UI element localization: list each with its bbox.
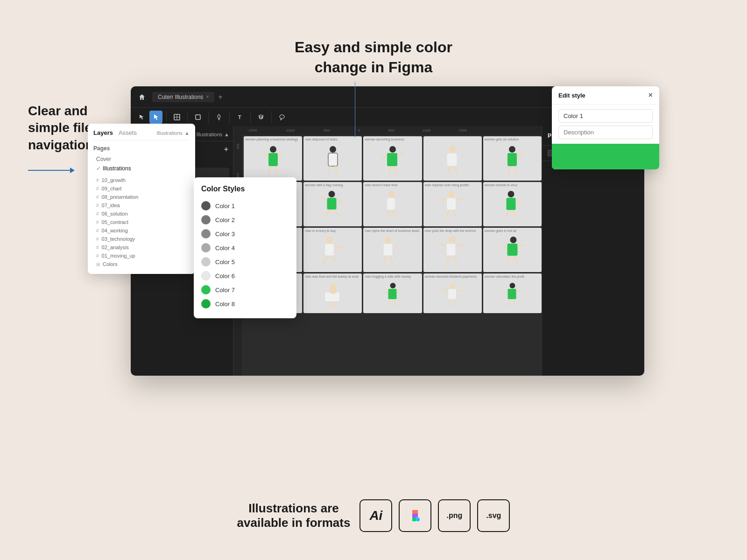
tool-group-move <box>135 111 167 124</box>
svg-line-78 <box>383 256 386 264</box>
lp-layer-07-idea[interactable]: #07_idea <box>93 201 190 210</box>
svg-line-79 <box>390 256 393 264</box>
lp-layer-10-growth[interactable]: #10_growth <box>93 176 190 184</box>
svg-line-107 <box>388 299 391 306</box>
color-style-1[interactable]: Color 1 <box>201 199 289 213</box>
svg-line-32 <box>517 153 523 156</box>
svg-rect-21 <box>387 153 397 166</box>
lp-page-cover[interactable]: Cover <box>93 154 190 164</box>
layers-panel-float: Layers Assets Illustrations ▲ Pages Cove… <box>88 124 195 274</box>
svg-text:T: T <box>238 114 241 120</box>
color-style-3[interactable]: Color 3 <box>201 227 289 241</box>
illus-cell-2-3: man doesn't have time <box>363 182 422 226</box>
lp-layer-02-analysis[interactable]: #02_analysis <box>93 243 190 252</box>
svg-point-80 <box>449 237 456 243</box>
svg-point-30 <box>509 146 515 153</box>
color-style-4[interactable]: Color 4 <box>201 241 289 255</box>
lp-layer-05-contract[interactable]: #05_contract <box>93 218 190 226</box>
svg-point-121 <box>416 518 420 521</box>
pen-tool[interactable] <box>212 111 226 124</box>
tab-close-icon[interactable]: × <box>206 94 209 99</box>
bottom-section: Illustrations are available in formats A… <box>0 499 747 532</box>
color-style-7[interactable]: Color 7 <box>201 283 289 297</box>
description-input[interactable] <box>558 126 653 139</box>
svg-line-24 <box>389 166 390 174</box>
format-svg-icon: .svg <box>477 499 510 532</box>
illus-cell-4-5: woman calculates the profit <box>483 273 542 313</box>
lp-page-illustrations[interactable]: ✓Illustrations <box>93 164 190 173</box>
svg-rect-104 <box>388 289 397 299</box>
tool-group-shape <box>191 111 209 124</box>
svg-line-89 <box>518 245 524 246</box>
svg-line-54 <box>440 198 447 201</box>
svg-line-14 <box>268 166 271 174</box>
svg-line-77 <box>393 245 399 246</box>
shape-tool[interactable] <box>191 111 204 124</box>
move-tool[interactable] <box>135 111 148 124</box>
svg-point-48 <box>388 191 395 197</box>
svg-rect-49 <box>387 198 395 210</box>
svg-line-90 <box>507 256 510 264</box>
lp-layer-03-technology[interactable]: #03_technology <box>93 235 190 243</box>
svg-line-44 <box>336 200 343 203</box>
lp-illustrations-label[interactable]: Illustrations ▲ <box>156 130 190 136</box>
color-name-input[interactable] <box>558 109 653 123</box>
svg-point-86 <box>510 237 517 243</box>
svg-line-28 <box>448 166 450 174</box>
color-style-6[interactable]: Color 6 <box>201 269 289 283</box>
svg-line-55 <box>456 198 463 201</box>
svg-point-41 <box>328 191 335 197</box>
svg-line-15 <box>275 166 278 174</box>
select-tool[interactable] <box>149 111 162 124</box>
svg-line-57 <box>454 210 456 218</box>
bottom-text: Illustrations are available in formats <box>237 501 351 530</box>
tool-group-text: T <box>233 111 251 124</box>
svg-line-29 <box>455 166 457 174</box>
svg-line-60 <box>516 201 523 203</box>
lp-layer-06-solution[interactable]: #06_solution <box>93 210 190 218</box>
svg-rect-116 <box>508 289 516 299</box>
svg-line-18 <box>328 166 331 174</box>
figma-home-icon[interactable] <box>135 91 148 104</box>
svg-line-105 <box>383 291 388 294</box>
color-preview-swatch[interactable] <box>552 144 659 169</box>
lp-layer-colors[interactable]: ⊞Colors <box>93 260 190 268</box>
illus-cell-1-2: man disposed of tasks <box>303 136 362 181</box>
lp-layer-01-moving-up[interactable]: #01_moving_up <box>93 252 190 260</box>
svg-line-82 <box>440 244 446 246</box>
svg-line-120 <box>514 299 516 306</box>
illus-cell-2-5: woman invests in virus <box>483 182 542 226</box>
svg-line-111 <box>442 289 448 291</box>
comment-tool[interactable] <box>275 111 289 124</box>
svg-rect-3 <box>196 115 200 119</box>
svg-line-102 <box>333 301 336 308</box>
frame-tool[interactable] <box>170 111 183 124</box>
lp-layer-08-presentation[interactable]: #08_presentation <box>93 193 190 201</box>
color-style-2[interactable]: Color 2 <box>201 213 289 227</box>
figma-active-tab[interactable]: Cuterr Illustrations × <box>152 92 214 102</box>
format-figma-icon <box>399 499 431 532</box>
lp-layers-tab[interactable]: Layers <box>93 129 113 136</box>
text-tool[interactable]: T <box>233 111 247 124</box>
svg-line-112 <box>457 290 462 291</box>
svg-line-108 <box>394 299 396 306</box>
svg-point-69 <box>326 237 332 243</box>
lp-layer-09-chart[interactable]: #09_chart <box>93 184 190 193</box>
layers-panel-tabs: Layers Assets Illustrations ▲ <box>93 129 190 140</box>
lp-assets-tab[interactable]: Assets <box>119 129 137 136</box>
svg-rect-76 <box>383 244 393 256</box>
svg-point-109 <box>450 283 456 288</box>
color-5-swatch <box>201 257 211 266</box>
illustrations-tab-right[interactable]: Illustrations ▲ <box>196 130 229 141</box>
color-style-5[interactable]: Color 5 <box>201 255 289 269</box>
edit-style-close-button[interactable]: × <box>648 91 653 99</box>
color-style-8[interactable]: Color 8 <box>201 297 289 311</box>
hand-tool[interactable] <box>254 111 268 124</box>
lp-layer-04-working[interactable]: #04_working <box>93 226 190 235</box>
new-tab-button[interactable]: + <box>218 93 222 101</box>
svg-line-106 <box>397 291 402 294</box>
svg-rect-53 <box>447 198 456 210</box>
svg-line-56 <box>447 210 449 218</box>
svg-line-114 <box>454 299 456 306</box>
svg-rect-11 <box>268 153 278 166</box>
